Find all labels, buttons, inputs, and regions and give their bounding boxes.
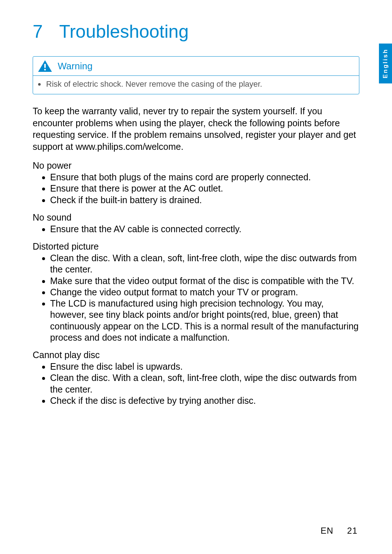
warning-body: Risk of electric shock. Never remove the… bbox=[33, 76, 359, 94]
list-item: Make sure that the video output format o… bbox=[50, 275, 359, 287]
list-item: The LCD is manufactured using high preci… bbox=[50, 298, 359, 343]
chapter-number: 7 bbox=[33, 22, 54, 42]
language-tab: English bbox=[379, 44, 392, 83]
section-heading: No power bbox=[33, 160, 359, 171]
list-item: Ensure that both plugs of the mains cord… bbox=[50, 172, 359, 183]
chapter-title-text: Troubleshooting bbox=[59, 21, 189, 42]
warning-item: Risk of electric shock. Never remove the… bbox=[45, 79, 353, 89]
warning-box: Warning Risk of electric shock. Never re… bbox=[33, 56, 359, 94]
list-item: Ensure that there is power at the AC out… bbox=[50, 183, 359, 194]
warning-icon bbox=[37, 59, 53, 73]
section-no-sound: No sound Ensure that the AV cable is con… bbox=[33, 212, 359, 235]
intro-paragraph: To keep the warranty valid, never try to… bbox=[33, 105, 359, 152]
svg-point-2 bbox=[44, 69, 46, 71]
section-heading: Distorted picture bbox=[33, 241, 359, 252]
footer-lang-code: EN bbox=[320, 526, 333, 535]
section-no-power: No power Ensure that both plugs of the m… bbox=[33, 160, 359, 206]
list-item: Check if the disc is defective by trying… bbox=[50, 395, 359, 406]
chapter-heading: 7 Troubleshooting bbox=[33, 22, 359, 42]
section-heading: No sound bbox=[33, 212, 359, 223]
list-item: Ensure that the AV cable is connected co… bbox=[50, 223, 359, 235]
page-footer: EN 21 bbox=[320, 526, 358, 536]
section-distorted-picture: Distorted picture Clean the disc. With a… bbox=[33, 241, 359, 343]
warning-label: Warning bbox=[58, 61, 93, 72]
footer-page-number: 21 bbox=[347, 526, 358, 535]
section-heading: Cannot play disc bbox=[33, 350, 359, 360]
list-item: Check if the built-in battery is drained… bbox=[50, 194, 359, 206]
warning-header: Warning bbox=[33, 57, 359, 76]
section-cannot-play-disc: Cannot play disc Ensure the disc label i… bbox=[33, 350, 359, 406]
list-item: Clean the disc. With a clean, soft, lint… bbox=[50, 253, 359, 275]
svg-rect-1 bbox=[44, 64, 46, 68]
list-item: Clean the disc. With a clean, soft, lint… bbox=[50, 372, 359, 395]
list-item: Change the video output format to match … bbox=[50, 287, 359, 298]
list-item: Ensure the disc label is upwards. bbox=[50, 361, 359, 372]
manual-page: English 7 Troubleshooting Warning Risk o… bbox=[0, 0, 392, 554]
